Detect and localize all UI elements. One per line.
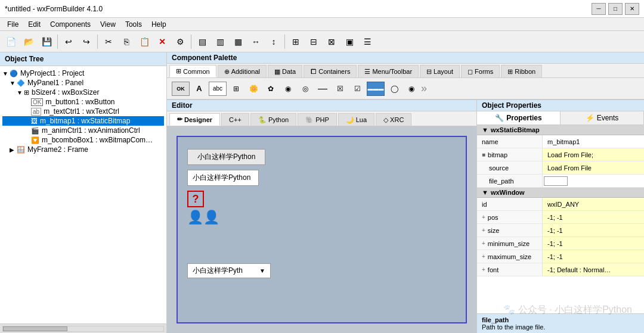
widget-anim-container: 👤👤	[187, 210, 456, 225]
palette-textctrl-btn[interactable]: abc	[209, 82, 227, 96]
prop-minsize-value[interactable]: -1; -1	[543, 237, 644, 250]
cut-button[interactable]: ✂	[100, 33, 117, 50]
prop-font-value[interactable]: -1; Default : Normal…	[543, 263, 644, 276]
toolbar-btn-6[interactable]: ⊞	[287, 33, 304, 50]
prop-name-value[interactable]: m_bitmap1	[543, 135, 644, 148]
php-icon: 🐘	[305, 116, 314, 124]
palette-choice-btn[interactable]: ✿	[263, 82, 278, 96]
tree-item-animctrl[interactable]: 🎬 m_animCtrl1 : wxAnimationCtrl	[2, 126, 164, 135]
menu-edit[interactable]: Edit	[23, 19, 45, 30]
toolbar-btn-3[interactable]: ▦	[230, 33, 246, 50]
menu-file[interactable]: File	[2, 19, 23, 30]
filepath-input[interactable]	[544, 176, 568, 186]
toolbar-btn-4[interactable]: ↔	[247, 33, 264, 50]
tab-layout[interactable]: ⊟ Layout	[420, 65, 460, 77]
tab-data[interactable]: ▦ Data	[268, 65, 302, 77]
palette-more-btn[interactable]: »	[421, 82, 427, 95]
layout-label: Layout	[434, 68, 453, 75]
toolbar-btn-7[interactable]: ⊟	[305, 33, 322, 50]
combobox-widget[interactable]: 小白这样学Pyth ▼	[187, 263, 271, 278]
prop-pos-value[interactable]: -1; -1	[543, 211, 644, 223]
menu-tools[interactable]: Tools	[120, 19, 147, 30]
tree-item-textctrl[interactable]: ab m_textCtrl1 : wxTextCtrl	[2, 107, 164, 116]
tree-expand-panel[interactable]: ▼	[10, 80, 17, 86]
prop-tab-properties[interactable]: 🔧 Properties	[477, 111, 561, 125]
tab-menutoolbar[interactable]: ☰ Menu/Toolbar	[358, 65, 419, 77]
palette-radio-btn[interactable]: ☑	[349, 82, 365, 96]
tree-item-project[interactable]: ▼ 🔵 MyProject1 : Project	[2, 69, 164, 78]
tree-expand-frame2[interactable]: ▶	[10, 147, 17, 153]
editor-tab-python[interactable]: 🐍 Python	[250, 113, 296, 126]
undo-button[interactable]: ↩	[60, 33, 77, 50]
tab-ribbon[interactable]: ⊞ Ribbon	[501, 65, 542, 77]
close-button[interactable]: ✕	[625, 3, 639, 15]
properties-content: ▼ wxStaticBitmap name m_bitmap1 ■bitmap …	[477, 125, 644, 313]
palette-check-btn[interactable]: ☒	[332, 82, 348, 96]
panel-icon: 🔷	[17, 79, 25, 87]
toolbar-btn-2[interactable]: ▥	[212, 33, 228, 50]
tab-forms[interactable]: ◻ Forms	[461, 65, 500, 77]
bitmap-icon: 🖼	[31, 117, 38, 125]
palette-bitmap-btn[interactable]: 🌼	[246, 82, 261, 96]
open-button[interactable]: 📂	[20, 33, 37, 50]
toolbar-btn-9[interactable]: ▣	[341, 33, 358, 50]
new-button[interactable]: 📄	[2, 33, 19, 50]
editor-tab-php[interactable]: 🐘 PHP	[298, 113, 337, 126]
editor-tab-xrc[interactable]: ◇ XRC	[376, 113, 411, 126]
settings-button[interactable]: ⚙	[172, 33, 188, 50]
editor-tab-lua[interactable]: 🌙 Lua	[338, 113, 374, 126]
tree-item-bitmap[interactable]: 🖼 m_bitmap1 : wxStaticBitmap	[2, 116, 164, 126]
tab-additional[interactable]: ⊕ Additional	[218, 65, 267, 77]
properties-panel: Object Properties 🔧 Properties ⚡ Events	[477, 100, 644, 333]
prop-bitmap-value[interactable]: Load From File;	[543, 148, 644, 161]
toolbar-btn-10[interactable]: ☰	[359, 33, 376, 50]
palette-sep-btn[interactable]: —	[315, 82, 330, 96]
tree-item-button[interactable]: OK m_button1 : wxButton	[2, 97, 164, 107]
combobox-icon: 🔽	[31, 136, 39, 144]
tree-expand-sizer[interactable]: ▼	[17, 89, 24, 96]
toolbar-btn-5[interactable]: ↕	[265, 33, 282, 50]
palette-ok-btn[interactable]: OK	[172, 82, 190, 96]
prop-source-value[interactable]: Load From File	[543, 161, 644, 174]
menu-help[interactable]: Help	[147, 19, 171, 30]
tree-item-panel[interactable]: ▼ 🔷 MyPanel1 : Panel	[2, 78, 164, 88]
tree-item-combobox[interactable]: 🔽 m_bcomboBox1 : wxBitmapCom…	[2, 135, 164, 145]
tree-scrollbar[interactable]	[0, 323, 166, 333]
palette-combo-btn[interactable]: ◉	[280, 82, 296, 96]
prop-maxsize-value[interactable]: -1; -1	[543, 250, 644, 263]
prop-tab-events[interactable]: ⚡ Events	[561, 111, 644, 125]
palette-slider-btn[interactable]: ◯	[386, 82, 402, 96]
editor-tab-cpp[interactable]: C++	[221, 113, 249, 126]
tree-expand-project[interactable]: ▼	[2, 70, 10, 77]
tree-scroll-track[interactable]	[2, 326, 164, 332]
toolbar-btn-8[interactable]: ⊠	[323, 33, 340, 50]
tab-containers[interactable]: ⧠ Containers	[304, 65, 357, 77]
palette-listbox-btn[interactable]: ◎	[298, 82, 313, 96]
section-wxstaticbitmap: ▼ wxStaticBitmap	[477, 125, 644, 135]
menu-components[interactable]: Components	[45, 19, 95, 30]
palette-gauge-btn[interactable]: ▬▬▬	[367, 82, 385, 96]
prop-filepath-value[interactable]	[543, 175, 644, 187]
menu-view[interactable]: View	[95, 19, 120, 30]
paste-button[interactable]: 📋	[136, 33, 153, 50]
editor-tab-designer[interactable]: ✏ Designer	[169, 113, 220, 126]
data-label: Data	[282, 68, 296, 75]
tree-scroll-thumb[interactable]	[3, 326, 67, 331]
toolbar-btn-1[interactable]: ▤	[194, 33, 210, 50]
delete-button[interactable]: ✕	[154, 33, 171, 50]
prop-row-bitmap: ■bitmap Load From File;	[477, 148, 644, 161]
save-button[interactable]: 💾	[38, 33, 55, 50]
redo-button[interactable]: ↪	[78, 33, 95, 50]
copy-button[interactable]: ⎘	[118, 33, 135, 50]
palette-panel-btn[interactable]: ⊞	[228, 82, 244, 96]
prop-id-value[interactable]: wxID_ANY	[543, 198, 644, 210]
prop-row-name: name m_bitmap1	[477, 135, 644, 148]
palette-spin-btn[interactable]: ◉	[404, 82, 419, 96]
palette-static-text-btn[interactable]: A	[191, 82, 207, 96]
tree-item-frame2[interactable]: ▶ 🪟 MyFrame2 : Frame	[2, 145, 164, 154]
minimize-button[interactable]: ─	[592, 3, 606, 15]
tab-common[interactable]: ⊞ Common	[169, 65, 216, 77]
tree-item-sizer[interactable]: ▼ ⊞ bSizer4 : wxBoxSizer	[2, 88, 164, 97]
maximize-button[interactable]: □	[608, 3, 623, 15]
prop-size-value[interactable]: -1; -1	[543, 224, 644, 236]
